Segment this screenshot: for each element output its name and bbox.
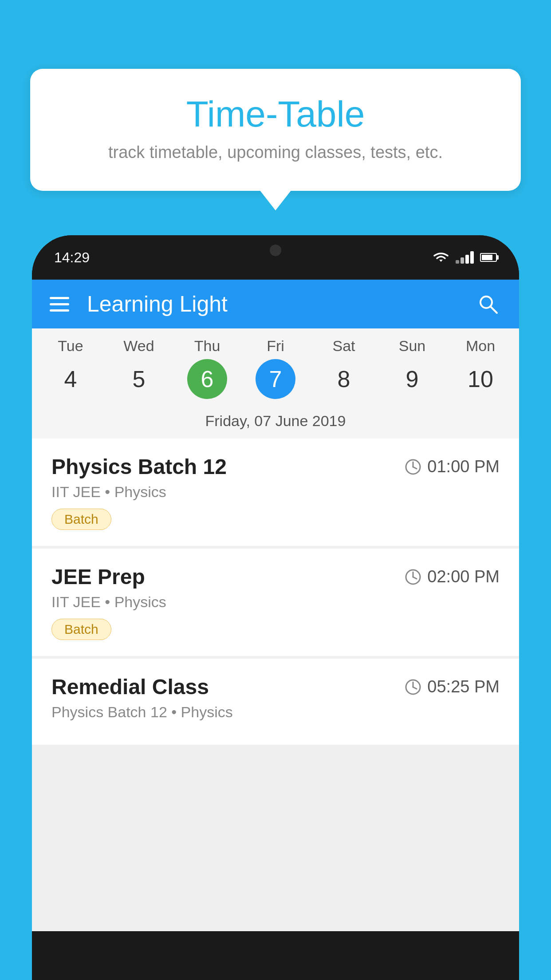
schedule-time: 01:00 PM — [404, 457, 500, 476]
day-col-10[interactable]: Mon10 — [449, 337, 512, 406]
days-row: Tue4Wed5Thu6Fri7Sat8Sun9Mon10 — [32, 337, 519, 406]
search-icon — [476, 292, 500, 316]
day-col-7[interactable]: Fri7 — [244, 337, 307, 406]
wifi-icon — [433, 251, 449, 264]
schedule-subtitle: IIT JEE • Physics — [51, 593, 500, 611]
schedule-title: Remedial Class — [51, 675, 209, 699]
phone-content: Learning Light Tue4Wed5Thu6Fri7Sat8Sun9M… — [32, 280, 519, 931]
clock-icon — [404, 568, 422, 586]
svg-line-11 — [413, 687, 417, 689]
day-number: 10 — [460, 359, 500, 399]
schedule-row-top: JEE Prep 02:00 PM — [51, 565, 500, 589]
clock-icon — [404, 458, 422, 476]
battery-icon — [480, 253, 497, 262]
day-name: Wed — [123, 337, 154, 355]
day-name: Thu — [194, 337, 220, 355]
batch-badge: Batch — [51, 619, 111, 640]
schedule-row-top: Physics Batch 12 01:00 PM — [51, 454, 500, 479]
signal-bars-icon — [456, 251, 474, 264]
status-bar: 14:29 — [32, 235, 519, 280]
day-col-5[interactable]: Wed5 — [108, 337, 170, 406]
clock-icon — [404, 678, 422, 696]
day-number: 5 — [119, 359, 159, 399]
day-name: Tue — [58, 337, 83, 355]
schedule-item[interactable]: JEE Prep 02:00 PM IIT JEE • Physics Batc… — [32, 549, 519, 656]
day-col-6[interactable]: Thu6 — [176, 337, 238, 406]
camera-dot — [270, 245, 281, 256]
hamburger-menu-icon[interactable] — [50, 297, 69, 312]
tooltip-title: Time-Table — [57, 93, 494, 135]
calendar-strip: Tue4Wed5Thu6Fri7Sat8Sun9Mon10 Friday, 07… — [32, 328, 519, 439]
day-number: 6 — [187, 359, 227, 399]
schedule-title: JEE Prep — [51, 565, 145, 589]
day-col-8[interactable]: Sat8 — [313, 337, 375, 406]
svg-line-2 — [491, 307, 497, 313]
schedule-subtitle: IIT JEE • Physics — [51, 483, 500, 501]
day-number: 9 — [392, 359, 432, 399]
day-number: 7 — [256, 359, 295, 399]
status-icons — [433, 251, 497, 264]
schedule-container: Physics Batch 12 01:00 PM IIT JEE • Phys… — [32, 439, 519, 745]
schedule-row-top: Remedial Class 05:25 PM — [51, 675, 500, 699]
day-name: Fri — [267, 337, 284, 355]
notch — [247, 235, 304, 265]
day-number: 8 — [324, 359, 364, 399]
svg-line-5 — [413, 467, 417, 469]
day-number: 4 — [51, 359, 91, 399]
day-name: Sun — [399, 337, 426, 355]
day-col-9[interactable]: Sun9 — [381, 337, 443, 406]
app-title: Learning Light — [87, 291, 475, 317]
svg-line-8 — [413, 577, 417, 579]
svg-marker-0 — [439, 260, 443, 262]
app-bar: Learning Light — [32, 280, 519, 328]
schedule-title: Physics Batch 12 — [51, 454, 227, 479]
selected-date-label: Friday, 07 June 2019 — [32, 406, 519, 439]
search-button[interactable] — [475, 291, 501, 317]
schedule-item[interactable]: Physics Batch 12 01:00 PM IIT JEE • Phys… — [32, 439, 519, 546]
schedule-time: 05:25 PM — [404, 677, 500, 696]
batch-badge: Batch — [51, 509, 111, 530]
day-col-4[interactable]: Tue4 — [39, 337, 102, 406]
status-time: 14:29 — [54, 249, 90, 266]
tooltip-card: Time-Table track timetable, upcoming cla… — [30, 69, 521, 191]
schedule-item[interactable]: Remedial Class 05:25 PM Physics Batch 12… — [32, 659, 519, 745]
day-name: Sat — [332, 337, 355, 355]
schedule-time: 02:00 PM — [404, 567, 500, 586]
day-name: Mon — [466, 337, 495, 355]
schedule-subtitle: Physics Batch 12 • Physics — [51, 703, 500, 721]
phone-frame: 14:29 — [32, 235, 519, 980]
tooltip-subtitle: track timetable, upcoming classes, tests… — [57, 143, 494, 162]
